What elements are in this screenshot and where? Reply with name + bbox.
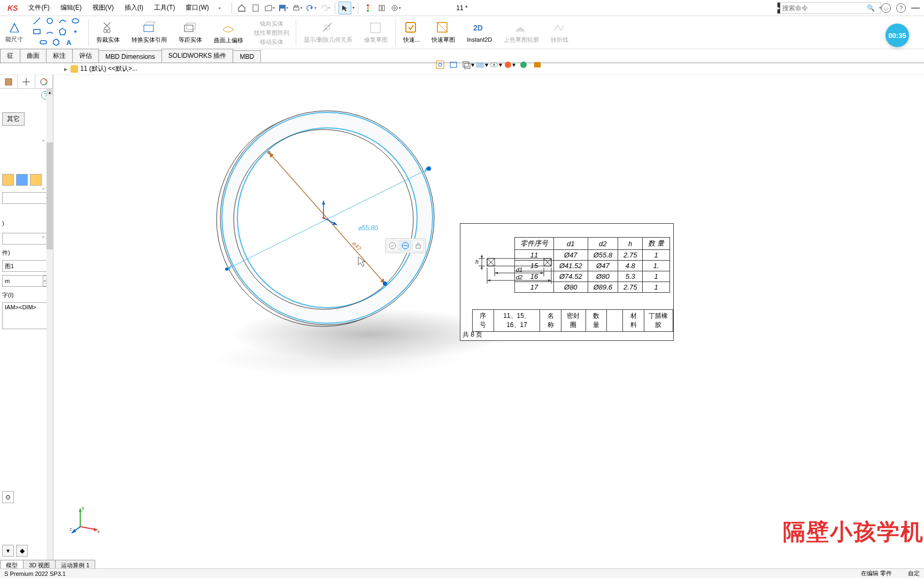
panel-tab-2[interactable] (18, 75, 35, 88)
ribbon-quick[interactable]: 快速... (399, 19, 424, 45)
table-row: 11Ø47Ø55.82.751 (514, 250, 669, 261)
menu-window[interactable]: 窗口(W) (181, 1, 213, 14)
panel-btn-3[interactable] (30, 174, 42, 186)
panel-btn-b1[interactable]: ▾ (2, 545, 14, 557)
svg-rect-9 (382, 5, 384, 11)
point-icon[interactable] (71, 27, 82, 38)
print-icon[interactable]: ▾ (291, 2, 304, 14)
hex-icon[interactable] (52, 38, 63, 49)
zoom-fit-icon[interactable] (434, 59, 446, 71)
panel-field-3[interactable]: IAM><DIM> (2, 302, 51, 329)
new-icon[interactable] (249, 2, 262, 14)
svg-point-22 (104, 29, 107, 33)
ribbon-offset[interactable]: 等距实体 (174, 19, 206, 45)
collapse-icon[interactable]: ⌃ (41, 139, 45, 145)
menu-view[interactable]: 视图(V) (88, 1, 118, 14)
ribbon-convert[interactable]: 转换实体引用 (127, 19, 171, 45)
display-style-icon[interactable]: ▾ (476, 59, 488, 71)
search-box[interactable]: ▸ 🔍 ▾ (777, 2, 881, 14)
tab-annotation[interactable]: 标注 (46, 49, 73, 63)
graphics-area[interactable]: ▾ ▾ ▾ ▾ ⌀55.80 (53, 75, 924, 563)
scroll-thumb[interactable] (47, 142, 53, 249)
panel-btn-b2[interactable]: ◆ (16, 545, 28, 557)
tab-surface[interactable]: 曲面 (20, 49, 47, 63)
panel-text-label: 字(I) (2, 291, 51, 299)
circle-icon[interactable] (45, 17, 56, 27)
scene-icon[interactable] (518, 59, 529, 71)
ribbon-smart-dimension[interactable]: 能尺寸 (2, 20, 26, 44)
part-ring-model[interactable]: ⌀55.80 ⌀47 (209, 104, 438, 334)
svg-text:A: A (66, 39, 72, 47)
menu-more-icon[interactable]: ⋆ (218, 4, 222, 12)
settings-icon[interactable]: ▾ (389, 2, 402, 14)
collapse-icon-2[interactable]: ⌃ (41, 187, 45, 193)
tab-evaluate[interactable]: 评估 (72, 49, 99, 63)
svg-rect-30 (406, 22, 415, 32)
appearance-icon[interactable]: ▾ (504, 59, 515, 71)
panel-tab-1[interactable] (0, 75, 18, 88)
slot-icon[interactable] (39, 38, 50, 49)
orientation-triad[interactable]: y x z (70, 504, 102, 536)
hide-show-icon[interactable]: ▾ (490, 59, 502, 71)
ellipse-icon[interactable] (71, 17, 82, 27)
ribbon-offset-surface[interactable]: 曲面上偏移 (210, 20, 248, 45)
status-bar: S Premium 2022 SP3.1 在编辑 零件 自定 (0, 568, 924, 578)
tab-sw-addins[interactable]: SOLIDWORKS 插件 (161, 49, 234, 63)
svg-point-62 (267, 151, 271, 154)
spline-icon[interactable] (58, 17, 69, 27)
menu-tools[interactable]: 工具(T) (150, 1, 179, 14)
document-title: 11 * (456, 4, 467, 12)
save-icon[interactable]: ▾ (277, 2, 290, 14)
status-version: S Premium 2022 SP3.1 (4, 571, 66, 577)
panel-btn-2[interactable] (16, 174, 28, 186)
arc-icon[interactable] (45, 27, 56, 38)
app-logo: KS (3, 4, 22, 12)
text-icon[interactable]: A (65, 38, 75, 49)
tab-mbd-dimensions[interactable]: MBD Dimensions (98, 50, 162, 63)
render-icon[interactable] (532, 59, 543, 71)
tab-feature[interactable]: 征 (0, 49, 20, 63)
breadcrumb-text[interactable]: 11 (默认) <<默认>... (80, 64, 137, 73)
ribbon-trim[interactable]: 剪裁实体 (92, 19, 124, 45)
menu-file[interactable]: 文件(F) (24, 1, 53, 14)
ribbon-sketch-tools[interactable]: A (29, 16, 85, 50)
search-input[interactable] (780, 4, 865, 12)
panel-tab-3[interactable] (35, 75, 53, 88)
zoom-area-icon[interactable] (448, 59, 460, 71)
minimize-icon[interactable]: — (911, 3, 920, 13)
panel-other-tab[interactable]: 其它 (2, 112, 25, 126)
panel-scrollbar[interactable]: ▴ ▾ (47, 89, 53, 567)
ctx-dim-icon[interactable] (399, 240, 411, 252)
line-icon[interactable] (33, 17, 43, 27)
help-icon[interactable]: ? (896, 3, 906, 13)
tab-mbd[interactable]: MBD (233, 50, 261, 63)
menu-insert[interactable]: 插入(I) (120, 1, 148, 14)
home-icon[interactable] (235, 2, 248, 14)
ribbon-convert-line: 转折线 (546, 19, 573, 45)
view-orient-icon[interactable]: ▾ (462, 59, 474, 71)
user-icon[interactable]: ◡ (881, 3, 891, 13)
traffic-icon[interactable] (361, 2, 374, 14)
open-icon[interactable]: ▾ (263, 2, 276, 14)
rect-icon[interactable] (33, 27, 43, 38)
ribbon-quick-sketch[interactable]: 快速草图 (427, 19, 459, 45)
svg-point-11 (394, 7, 396, 9)
menu-edit[interactable]: 编辑(E) (56, 1, 86, 14)
scroll-up-icon[interactable]: ▴ (47, 89, 53, 95)
select-icon[interactable] (338, 2, 351, 14)
panel-btn-1[interactable] (2, 174, 14, 186)
panel-btn-lock[interactable]: ⊙ (2, 491, 14, 503)
svg-marker-83 (481, 256, 483, 258)
ribbon-instant2d[interactable]: 2D Instant2D (463, 19, 496, 45)
polygon-icon[interactable] (58, 27, 69, 38)
ctx-ok-icon[interactable] (387, 240, 398, 252)
panel-field-2[interactable]: m ▴ ▾ (2, 275, 51, 287)
redo-icon[interactable]: ▾ (319, 2, 332, 14)
options-icon[interactable] (375, 2, 388, 14)
ctx-lock-icon[interactable] (412, 240, 424, 252)
undo-icon[interactable]: ▾ (305, 2, 318, 14)
panel-field-1[interactable]: 图1 (2, 260, 51, 272)
search-magnify-icon[interactable]: 🔍 (865, 4, 877, 12)
breadcrumb-expand-icon[interactable]: ▸ (64, 65, 67, 73)
panel-dropdown-1[interactable]: ▾ (2, 192, 51, 204)
